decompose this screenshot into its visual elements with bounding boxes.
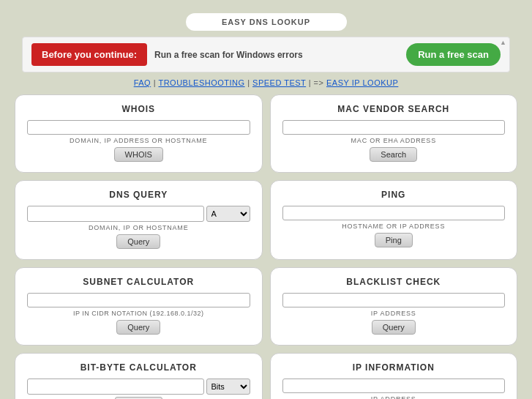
tools-grid: WHOIS DOMAIN, IP ADDRESS OR HOSTNAME WHO… [7, 94, 525, 399]
whois-title: WHOIS [27, 104, 250, 114]
ad-main-text: Run a free scan for Windows errors [154, 50, 399, 60]
mac-vendor-button[interactable]: Search [370, 147, 417, 162]
subnet-title: SUBNET CALCULATOR [27, 277, 250, 287]
blacklist-button[interactable]: Query [372, 320, 416, 335]
whois-card: WHOIS DOMAIN, IP ADDRESS OR HOSTNAME WHO… [15, 94, 263, 173]
nav-sep3: | [309, 78, 314, 87]
whois-label: DOMAIN, IP ADDRESS OR HOSTNAME [27, 137, 250, 144]
dns-query-select[interactable]: A AAAA MX NS TXT SOA PTR [206, 206, 250, 222]
nav-arrow: => [314, 78, 324, 87]
subnet-button[interactable]: Query [116, 320, 160, 335]
troubleshooting-link[interactable]: TROUBLESHOOTING [158, 78, 244, 87]
dns-query-input[interactable] [27, 206, 204, 222]
ip-info-title: IP INFORMATION [282, 362, 506, 373]
mac-vendor-title: MAC VENDOR SEARCH [282, 104, 506, 114]
ad-red-text: Before you continue: [31, 43, 147, 66]
blacklist-title: BLACKLIST CHECK [282, 277, 506, 287]
ping-input[interactable] [282, 206, 506, 220]
ad-run-scan-button[interactable]: Run a free scan [406, 43, 501, 66]
ping-label: HOSTNAME OR IP ADDRESS [282, 223, 506, 230]
page-title: EASY DNS LOOKUP [186, 13, 347, 31]
dns-query-title: DNS QUERY [27, 190, 250, 200]
whois-button[interactable]: WHOIS [114, 147, 163, 162]
mac-vendor-card: MAC VENDOR SEARCH MAC OR EHA ADDRESS Sea… [270, 94, 518, 173]
subnet-card: SUBNET CALCULATOR IP IN CIDR NOTATION (1… [15, 267, 263, 346]
ad-banner: ▲ Before you continue: Run a free scan f… [22, 37, 510, 72]
subnet-label: IP IN CIDR NOTATION (192.168.0.1/32) [27, 310, 250, 317]
ping-card: PING HOSTNAME OR IP ADDRESS Ping [270, 180, 518, 260]
blacklist-label: IP ADDRESS [282, 310, 506, 317]
subnet-input[interactable] [27, 293, 250, 307]
nav-links: FAQ | TROUBLESHOOTING | SPEED TEST | => … [7, 78, 525, 87]
bitbyte-bits-select[interactable]: Bits Bytes KB MB GB [206, 379, 250, 395]
blacklist-input[interactable] [282, 293, 506, 307]
speedtest-link[interactable]: SPEED TEST [252, 78, 306, 87]
ping-button[interactable]: Ping [375, 233, 413, 247]
ping-title: PING [282, 190, 506, 200]
bitbyte-title: BIT-BYTE CALCULATOR [27, 362, 250, 373]
ip-info-card: IP INFORMATION IP ADDRESS Query [270, 353, 518, 399]
dns-query-label: DOMAIN, IP OR HOSTNAME [27, 224, 250, 231]
ip-info-label: IP ADDRESS [282, 395, 506, 399]
dns-query-button[interactable]: Query [116, 234, 160, 249]
bitbyte-input[interactable] [27, 379, 204, 395]
ip-info-input[interactable] [282, 379, 506, 393]
mac-vendor-label: MAC OR EHA ADDRESS [282, 137, 506, 144]
dns-query-card: DNS QUERY A AAAA MX NS TXT SOA PTR DOMAI… [15, 180, 263, 260]
mac-vendor-input[interactable] [282, 120, 506, 135]
bitbyte-card: BIT-BYTE CALCULATOR Bits Bytes KB MB GB … [15, 353, 263, 399]
easyip-link[interactable]: EASY IP LOOKUP [326, 78, 398, 87]
whois-input[interactable] [27, 120, 250, 135]
blacklist-card: BLACKLIST CHECK IP ADDRESS Query [270, 267, 518, 346]
faq-link[interactable]: FAQ [134, 78, 151, 87]
ad-label: ▲ [500, 39, 506, 46]
